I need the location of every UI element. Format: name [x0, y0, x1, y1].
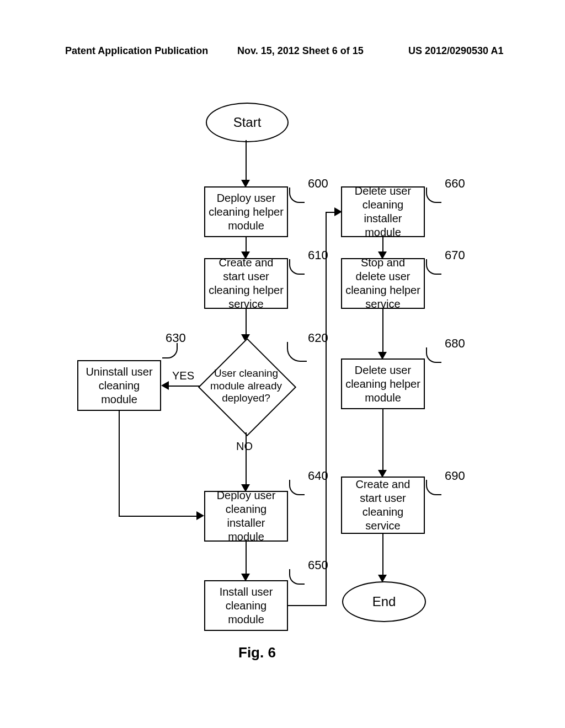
edge-yes-label: YES: [172, 370, 194, 382]
process-680: Delete user cleaning helper module: [341, 358, 425, 409]
connector: [288, 605, 327, 606]
leader-line: [426, 480, 441, 495]
process-690: Create and start user cleaning service: [341, 477, 425, 534]
leader-line: [426, 347, 441, 363]
leader-line: [289, 259, 305, 275]
process-650: Install user cleaning module: [204, 580, 288, 631]
leader-line: [426, 188, 441, 203]
leader-line: [289, 480, 305, 495]
ref-660: 660: [445, 176, 465, 191]
ref-680: 680: [445, 336, 465, 351]
process-630: Uninstall user cleaning module: [77, 360, 161, 411]
connector: [246, 309, 247, 336]
figure-caption: Fig. 6: [238, 644, 276, 661]
process-670-label: Stop and delete user cleaning helper ser…: [345, 256, 420, 311]
terminal-start-label: Start: [233, 115, 262, 130]
leader-line: [289, 569, 305, 585]
ref-690: 690: [445, 469, 465, 483]
terminal-start: Start: [206, 103, 289, 142]
leader-line: [426, 259, 441, 275]
connector: [246, 140, 247, 182]
process-640-label: Deploy user cleaning installer module: [209, 489, 284, 544]
process-650-label: Install user cleaning module: [209, 585, 284, 627]
connector: [382, 409, 383, 472]
process-660: Delete user cleaning installer module: [341, 186, 425, 237]
connector: [119, 516, 198, 517]
decision-620-label: User cleaning module already deployed?: [199, 367, 294, 405]
process-670: Stop and delete user cleaning helper ser…: [341, 258, 425, 309]
leader-line: [289, 188, 305, 203]
process-630-label: Uninstall user cleaning module: [82, 365, 157, 406]
connector: [168, 386, 200, 387]
connector: [382, 309, 383, 354]
arrowhead-icon: [196, 511, 204, 520]
process-640: Deploy user cleaning installer module: [204, 491, 288, 542]
process-610: Create and start user cleaning helper se…: [204, 258, 288, 309]
ref-600: 600: [308, 176, 328, 191]
process-690-label: Create and start user cleaning service: [345, 478, 420, 533]
decision-620: User cleaning module already deployed?: [199, 339, 294, 433]
process-610-label: Create and start user cleaning helper se…: [209, 256, 284, 311]
process-660-label: Delete user cleaning installer module: [345, 184, 420, 239]
connector: [246, 542, 247, 576]
leader-line: [162, 343, 178, 358]
ref-630: 630: [166, 331, 186, 345]
process-600-label: Deploy user cleaning helper module: [209, 191, 284, 233]
process-680-label: Delete user cleaning helper module: [345, 363, 420, 405]
process-600: Deploy user cleaning helper module: [204, 186, 288, 237]
ref-670: 670: [445, 248, 465, 263]
terminal-end: End: [342, 581, 426, 622]
connector: [326, 212, 327, 606]
arrowhead-icon: [161, 381, 169, 390]
connector: [382, 534, 383, 577]
terminal-end-label: End: [372, 594, 396, 609]
flowchart: Start Deploy user cleaning helper module…: [0, 0, 565, 728]
connector: [119, 411, 120, 516]
edge-no-label: NO: [236, 440, 253, 453]
